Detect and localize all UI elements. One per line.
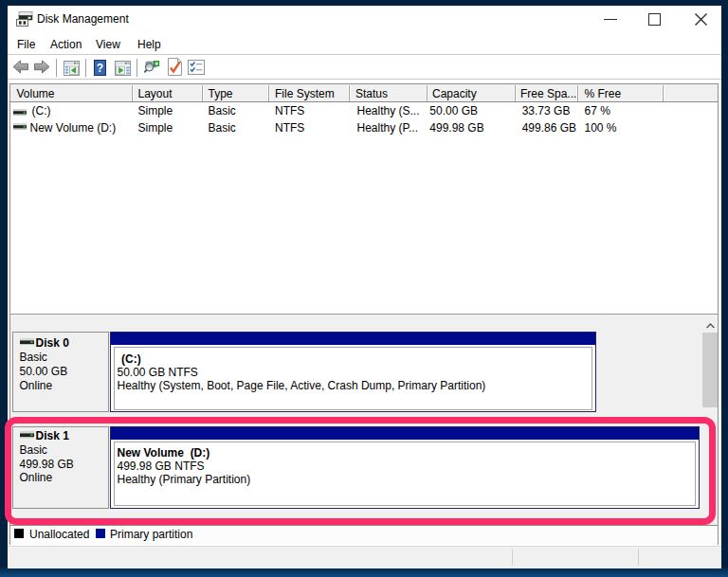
svg-text:?: ?: [97, 62, 103, 75]
